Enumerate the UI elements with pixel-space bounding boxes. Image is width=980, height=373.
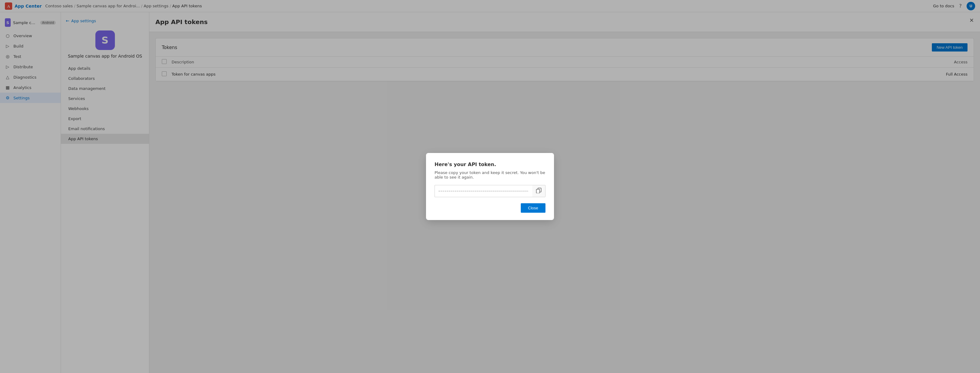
copy-token-button[interactable] <box>532 185 546 197</box>
token-value-input[interactable] <box>434 185 532 197</box>
svg-rect-3 <box>536 189 540 193</box>
token-input-row <box>434 185 546 197</box>
dialog-overlay: Here's your API token. Please copy your … <box>0 0 980 373</box>
dialog-subtitle: Please copy your token and keep it secre… <box>434 171 546 180</box>
close-dialog-button[interactable]: Close <box>521 203 546 213</box>
dialog-actions: Close <box>434 203 546 213</box>
dialog-title: Here's your API token. <box>434 161 546 167</box>
api-token-dialog: Here's your API token. Please copy your … <box>426 153 554 220</box>
copy-icon <box>536 188 541 194</box>
